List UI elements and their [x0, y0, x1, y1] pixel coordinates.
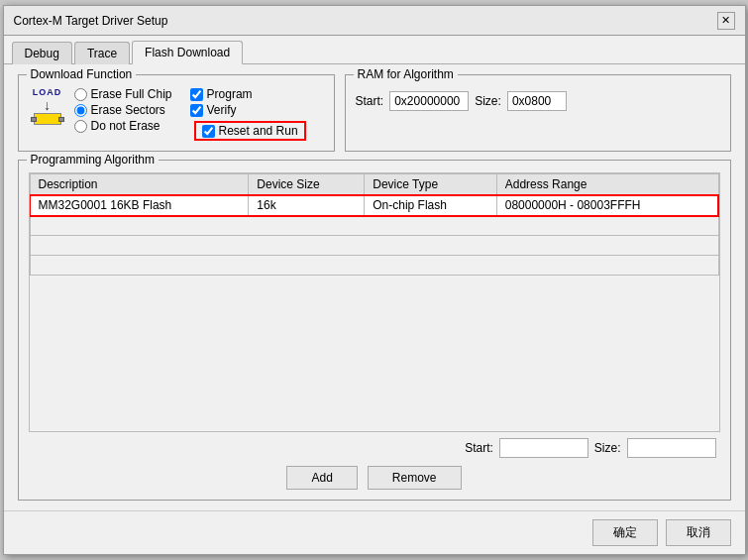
- erase-sectors-label: Erase Sectors: [91, 103, 165, 117]
- content-area: Download Function LOAD ↓ Erase Full Chip: [4, 64, 745, 510]
- cell-device-size: 16k: [249, 195, 365, 216]
- tab-trace[interactable]: Trace: [74, 42, 130, 64]
- reset-run-row: Reset and Run: [194, 121, 306, 141]
- erase-sectors-option[interactable]: Erase Sectors: [74, 103, 172, 117]
- top-sections: Download Function LOAD ↓ Erase Full Chip: [18, 74, 731, 152]
- pa-start-input[interactable]: [499, 438, 588, 458]
- confirm-button[interactable]: 确定: [592, 519, 658, 546]
- cell-description: MM32G0001 16KB Flash: [30, 195, 249, 216]
- tab-debug[interactable]: Debug: [12, 42, 72, 64]
- table-row[interactable]: MM32G0001 16KB Flash 16k On-chip Flash 0…: [30, 195, 718, 216]
- do-not-erase-label: Do not Erase: [91, 119, 160, 133]
- chip-graphic: [34, 113, 61, 125]
- start-label: Start:: [356, 94, 384, 108]
- ram-title: RAM for Algorithm: [354, 67, 458, 81]
- col-device-type: Device Type: [365, 174, 496, 195]
- erase-full-chip-label: Erase Full Chip: [91, 87, 172, 101]
- window-title: Cortex-M Target Driver Setup: [14, 14, 168, 28]
- pa-table-wrapper: Description Device Size Device Type Addr…: [29, 172, 720, 432]
- program-label: Program: [207, 87, 253, 101]
- df-body: LOAD ↓ Erase Full Chip Erase Sectors: [29, 87, 324, 141]
- size-label: Size:: [475, 94, 501, 108]
- load-text: LOAD: [33, 87, 62, 97]
- cell-device-type: On-chip Flash: [365, 195, 496, 216]
- table-header-row: Description Device Size Device Type Addr…: [30, 174, 718, 195]
- verify-checkbox[interactable]: [190, 104, 203, 117]
- footer: 确定 取消: [4, 510, 745, 554]
- pa-buttons: Add Remove: [29, 466, 720, 490]
- radio-column: Erase Full Chip Erase Sectors Do not Era…: [74, 87, 172, 133]
- download-function-group: Download Function LOAD ↓ Erase Full Chip: [18, 74, 335, 152]
- cancel-button[interactable]: 取消: [666, 519, 731, 546]
- erase-full-chip-option[interactable]: Erase Full Chip: [74, 87, 172, 101]
- pa-size-label: Size:: [594, 441, 621, 455]
- tab-flash-download[interactable]: Flash Download: [132, 41, 243, 64]
- pa-bottom: Start: Size:: [29, 438, 720, 458]
- main-window: Cortex-M Target Driver Setup ✕ Debug Tra…: [3, 5, 746, 555]
- download-function-title: Download Function: [27, 67, 137, 81]
- pa-table: Description Device Size Device Type Addr…: [30, 173, 719, 276]
- do-not-erase-radio[interactable]: [74, 120, 87, 133]
- pa-title: Programming Algorithm: [27, 153, 159, 167]
- reset-run-box: Reset and Run: [194, 121, 306, 141]
- size-input[interactable]: [507, 91, 567, 111]
- ram-body: Start: Size:: [356, 91, 720, 111]
- table-empty-row-1: [30, 216, 718, 236]
- title-bar: Cortex-M Target Driver Setup ✕: [4, 6, 745, 36]
- programming-algorithm-group: Programming Algorithm Description Device…: [18, 160, 731, 501]
- close-button[interactable]: ✕: [717, 12, 735, 30]
- remove-button[interactable]: Remove: [368, 466, 462, 490]
- load-icon: LOAD ↓: [29, 87, 66, 125]
- col-description: Description: [30, 174, 249, 195]
- verify-label: Verify: [207, 103, 237, 117]
- table-empty-row-3: [30, 256, 718, 276]
- checkbox-column: Program Verify Reset and Run: [190, 87, 306, 141]
- ram-for-algorithm-group: RAM for Algorithm Start: Size:: [345, 74, 731, 152]
- program-checkbox[interactable]: [190, 88, 203, 101]
- reset-run-checkbox[interactable]: [202, 125, 215, 138]
- erase-sectors-radio[interactable]: [74, 104, 87, 117]
- col-address-range: Address Range: [496, 174, 718, 195]
- cell-address-range: 08000000H - 08003FFFH: [496, 195, 718, 216]
- pa-start-label: Start:: [465, 441, 493, 455]
- do-not-erase-option[interactable]: Do not Erase: [74, 119, 172, 133]
- program-option[interactable]: Program: [190, 87, 306, 101]
- add-button[interactable]: Add: [286, 466, 357, 490]
- verify-option[interactable]: Verify: [190, 103, 306, 117]
- reset-run-label: Reset and Run: [219, 124, 298, 138]
- erase-full-chip-radio[interactable]: [74, 88, 87, 101]
- start-input[interactable]: [389, 91, 469, 111]
- pa-size-input[interactable]: [627, 438, 716, 458]
- col-device-size: Device Size: [249, 174, 365, 195]
- table-empty-row-2: [30, 236, 718, 256]
- tabs-bar: Debug Trace Flash Download: [4, 36, 745, 64]
- down-arrow-icon: ↓: [44, 98, 51, 112]
